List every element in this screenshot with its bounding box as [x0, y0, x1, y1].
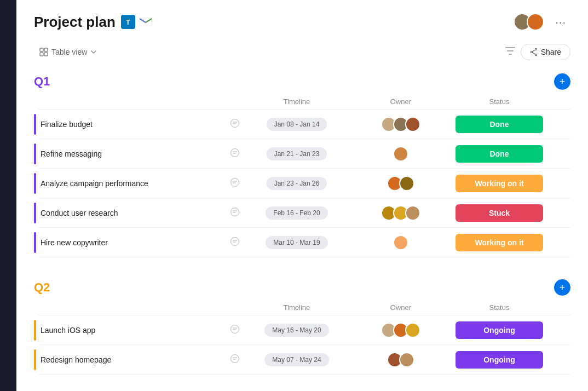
q1-col-headers: Timeline Owner Status: [38, 94, 570, 110]
owner-avatars: [381, 117, 420, 132]
owner-cell: [351, 117, 450, 132]
filter-icon[interactable]: [505, 47, 515, 57]
timeline-badge: Jan 08 - Jan 14: [267, 118, 327, 131]
owner-avatars: [387, 176, 414, 191]
more-options-button[interactable]: ···: [551, 14, 570, 31]
avatar: [527, 13, 544, 31]
timeline-badge: Mar 10 - Mar 19: [266, 236, 327, 249]
page-title: Project plan: [34, 14, 116, 31]
timeline-cell: Jan 23 - Jan 26: [242, 177, 351, 190]
table-row: Conduct user research Feb 16 - Feb 20 St…: [38, 198, 570, 228]
table-row: Finalize budget Jan 08 - Jan 14 Done: [38, 110, 570, 139]
svg-rect-3: [44, 53, 48, 56]
status-badge[interactable]: Done: [456, 116, 543, 133]
view-selector[interactable]: Table view: [34, 44, 102, 60]
owner-cell: [351, 323, 450, 338]
owner-cell: [351, 235, 450, 250]
status-badge[interactable]: Stuck: [456, 204, 543, 222]
status-col-header: Status: [450, 303, 549, 312]
status-cell: Done: [450, 145, 549, 163]
task-name-cell: Finalize budget: [38, 114, 242, 135]
task-name-cell: Redesign homepage: [38, 349, 242, 370]
task-name-cell: Analyze campaign performance: [38, 173, 242, 194]
status-badge[interactable]: Ongoing: [456, 321, 543, 339]
task-name: Hire new copywriter: [41, 238, 108, 247]
task-name-cell: Hire new copywriter: [38, 232, 242, 253]
timeline-col-header: Timeline: [242, 97, 351, 106]
comment-icon[interactable]: [230, 118, 240, 130]
sidebar: [0, 0, 16, 391]
q1-title: Q1: [34, 74, 50, 89]
toolbar: Table view Share: [34, 44, 570, 60]
timeline-badge: Jan 23 - Jan 26: [267, 177, 327, 190]
comment-icon[interactable]: [230, 148, 240, 160]
svg-point-5: [535, 54, 537, 56]
q2-col-headers: Timeline Owner Status: [38, 300, 570, 315]
timeline-cell: Feb 16 - Feb 20: [242, 206, 351, 220]
svg-rect-1: [44, 48, 48, 51]
owner-avatars: [393, 146, 408, 162]
task-name: Launch iOS app: [41, 326, 95, 335]
task-name: Refine messaging: [41, 150, 102, 158]
status-badge[interactable]: Done: [456, 145, 543, 163]
comment-icon[interactable]: [230, 354, 240, 366]
comment-icon[interactable]: [230, 207, 240, 219]
section-bar: [34, 143, 36, 164]
header-left: Project plan T: [34, 14, 153, 31]
owner-cell: [351, 176, 450, 191]
svg-point-4: [535, 49, 537, 50]
header-right: ···: [514, 13, 570, 31]
timeline-cell: Mar 10 - Mar 19: [242, 236, 351, 249]
table-row: Launch iOS app May 16 - May 20 Ongoing: [38, 315, 570, 345]
owner-cell: [351, 146, 450, 162]
svg-point-7: [231, 119, 239, 127]
status-cell: Done: [450, 116, 549, 133]
trello-icon[interactable]: T: [121, 15, 135, 29]
section-bar: [34, 203, 36, 223]
q2-header-row: Q2 +: [34, 279, 570, 296]
owner-avatars: [381, 205, 420, 221]
q2-actions: +: [554, 279, 570, 296]
timeline-badge: Jan 21 - Jan 23: [267, 147, 327, 160]
status-badge[interactable]: Working on it: [456, 175, 543, 192]
status-cell: Working on it: [450, 175, 549, 192]
comment-icon[interactable]: [230, 237, 240, 249]
status-badge[interactable]: Ongoing: [456, 351, 543, 369]
svg-point-10: [231, 208, 239, 216]
q2-title: Q2: [34, 280, 50, 295]
owner-col-header: Owner: [351, 303, 450, 312]
gmail-icon[interactable]: [139, 15, 153, 29]
timeline-badge: May 07 - May 24: [264, 353, 328, 366]
table-row: Refine messaging Jan 21 - Jan 23 Done: [38, 139, 570, 169]
timeline-cell: Jan 21 - Jan 23: [242, 147, 351, 160]
q2-add-button[interactable]: +: [554, 279, 570, 296]
task-col-header: [38, 303, 242, 312]
owner-avatar: [399, 176, 414, 191]
share-label: Share: [541, 48, 561, 56]
section-bar: [34, 173, 36, 194]
status-badge[interactable]: Working on it: [456, 234, 543, 251]
status-cell: Ongoing: [450, 321, 549, 339]
table-row: Redesign homepage May 07 - May 24 Ongoin…: [38, 345, 570, 375]
svg-point-12: [231, 325, 239, 333]
status-cell: Working on it: [450, 234, 549, 251]
table-row: Hire new copywriter Mar 10 - Mar 19 Work…: [38, 228, 570, 257]
owner-avatar: [405, 205, 420, 221]
svg-point-9: [231, 178, 239, 186]
main-content: Project plan T ···: [16, 0, 588, 391]
owner-avatars: [381, 323, 420, 338]
owner-avatars: [393, 235, 408, 250]
svg-point-13: [231, 354, 239, 363]
timeline-cell: Jan 08 - Jan 14: [242, 118, 351, 131]
comment-icon[interactable]: [230, 324, 240, 336]
comment-icon[interactable]: [230, 177, 240, 189]
timeline-col-header: Timeline: [242, 303, 351, 312]
owner-avatar: [405, 117, 420, 132]
timeline-cell: May 07 - May 24: [242, 353, 351, 366]
q1-add-button[interactable]: +: [554, 73, 570, 90]
owner-avatar: [399, 352, 414, 367]
status-cell: Stuck: [450, 204, 549, 222]
table-row: Analyze campaign performance Jan 23 - Ja…: [38, 169, 570, 198]
section-bar: [34, 349, 36, 370]
share-button[interactable]: Share: [521, 44, 570, 60]
